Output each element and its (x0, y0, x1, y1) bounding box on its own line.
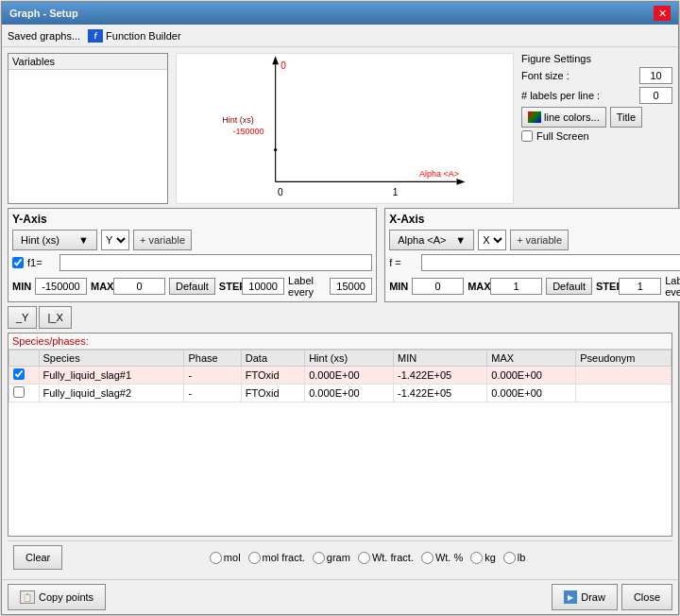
menu-bar: Saved graphs... f Function Builder (2, 25, 678, 47)
x-tab-button[interactable]: |_X (39, 306, 71, 329)
footer-bar: 📋 Copy points ▶ Draw Close (2, 579, 678, 614)
draw-button[interactable]: ▶ Draw (552, 584, 618, 610)
x-f-input[interactable] (421, 254, 680, 271)
x-min-input[interactable] (412, 278, 464, 295)
y-step-input[interactable] (242, 278, 284, 295)
draw-icon: ▶ (564, 590, 577, 604)
y-add-variable-button[interactable]: + variable (133, 230, 192, 250)
x-axis-dropdown[interactable]: X (478, 230, 506, 250)
radio-mol-fract-label: mol fract. (263, 552, 305, 563)
svg-text:-150000: -150000 (233, 127, 264, 136)
svg-marker-3 (272, 56, 279, 64)
radio-gram: gram (313, 552, 350, 564)
y-min-label: MIN (12, 281, 31, 292)
svg-text:0: 0 (280, 60, 286, 71)
line-colors-label: line colors... (544, 111, 600, 123)
y-f1-checkbox[interactable] (12, 257, 24, 268)
radio-wt-fract-label: Wt. fract. (372, 552, 414, 563)
species-table-container[interactable]: Species Phase Data Hint (xs) MIN MAX Pse… (8, 350, 672, 536)
x-variable-label: Alpha <A> (398, 234, 446, 246)
x-minmax-row: MIN MAX Default STEP Label every (389, 275, 680, 298)
radio-mol-fract-input[interactable] (248, 552, 261, 564)
full-screen-checkbox[interactable] (521, 130, 533, 142)
svg-point-10 (274, 148, 277, 151)
footer-left: 📋 Copy points (8, 584, 106, 610)
saved-graphs-menu[interactable]: Saved graphs... (8, 30, 80, 42)
col-pseudonym: Pseudonym (576, 351, 672, 367)
radio-mol-input[interactable] (210, 552, 222, 564)
x-max-input[interactable] (490, 278, 542, 295)
radio-kg-input[interactable] (470, 552, 483, 564)
font-size-input[interactable] (639, 67, 672, 84)
row-check-cell[interactable] (9, 385, 40, 402)
x-add-variable-button[interactable]: + variable (510, 230, 569, 250)
species-table-header: Species Phase Data Hint (xs) MIN MAX Pse… (9, 351, 672, 367)
radio-wt-pct: Wt. % (421, 552, 463, 564)
svg-text:1: 1 (393, 187, 399, 197)
radio-group: mol mol fract. gram Wt. fract. Wt. % (68, 552, 667, 564)
radio-lb: lb (503, 552, 526, 564)
y-dropdown-arrow: ▼ (78, 234, 89, 246)
x-variable-button[interactable]: Alpha <A> ▼ (389, 230, 474, 250)
row-phase-cell: - (184, 367, 241, 385)
top-section: Variables 0 -150000 Hint (xs) (8, 53, 672, 204)
y-f1-input[interactable] (60, 254, 372, 271)
x-dropdown-arrow: ▼ (455, 234, 466, 246)
y-max-input[interactable] (113, 278, 165, 295)
x-step-input[interactable] (619, 278, 661, 295)
y-default-button[interactable]: Default (169, 278, 215, 295)
close-footer-button[interactable]: Close (621, 584, 672, 610)
x-f-label: f = (389, 257, 417, 268)
variables-panel: Variables (8, 53, 168, 204)
window-title: Graph - Setup (9, 8, 78, 19)
radio-wt-pct-label: Wt. % (435, 552, 463, 563)
row-data-cell: FTOxid (241, 385, 304, 402)
y-tab-button[interactable]: _Y (8, 306, 37, 329)
y-label-every-input[interactable] (330, 278, 372, 295)
y-variable-label: Hint (xs) (21, 234, 60, 246)
function-builder-menu[interactable]: f Function Builder (88, 29, 181, 43)
y-min-input[interactable] (35, 278, 87, 295)
x-max-label: MAX (468, 281, 486, 292)
x-default-button[interactable]: Default (546, 278, 592, 295)
radio-kg: kg (470, 552, 496, 564)
x-min-label: MIN (389, 281, 408, 292)
row-check-cell[interactable] (9, 367, 40, 385)
x-f-row: f = (389, 254, 680, 271)
radio-lb-input[interactable] (503, 552, 516, 564)
x-step-label: STEP (596, 281, 615, 292)
y-axis-dropdown[interactable]: Y (101, 230, 129, 250)
title-button[interactable]: Title (610, 107, 642, 128)
row-hint-cell: 0.000E+00 (305, 385, 394, 402)
copy-points-button[interactable]: 📋 Copy points (8, 584, 106, 610)
col-max: MAX (487, 351, 576, 367)
graph-area: 0 -150000 Hint (xs) 0 1 Alpha <A> (176, 53, 514, 204)
clear-button[interactable]: Clear (13, 545, 62, 570)
line-colors-row: line colors... Title (521, 107, 672, 128)
y-f1-row: f1= (12, 254, 372, 271)
row-min-cell: -1.422E+05 (394, 385, 487, 402)
col-check (9, 351, 40, 367)
radio-wt-fract-input[interactable] (358, 552, 370, 564)
row-min-cell: -1.422E+05 (394, 367, 487, 385)
y-axis-panel: Y-Axis Hint (xs) ▼ Y + variable f1= (8, 208, 377, 302)
radio-kg-label: kg (484, 552, 496, 563)
draw-label: Draw (581, 591, 605, 603)
y-axis-controls: Hint (xs) ▼ Y + variable (12, 230, 372, 250)
main-content: Variables 0 -150000 Hint (xs) (2, 47, 678, 579)
close-button[interactable]: ✕ (654, 6, 671, 21)
row-checkbox[interactable] (13, 368, 25, 380)
col-species: Species (39, 351, 184, 367)
radio-wt-fract: Wt. fract. (358, 552, 414, 564)
line-colors-button[interactable]: line colors... (521, 107, 606, 128)
y-step-label: STEP (219, 281, 238, 292)
table-row: Fully_liquid_slag#2 - FTOxid 0.000E+00 -… (9, 385, 672, 402)
row-checkbox[interactable] (13, 386, 25, 398)
variables-list[interactable] (8, 69, 167, 203)
y-variable-button[interactable]: Hint (xs) ▼ (12, 230, 97, 250)
y-axis-title: Y-Axis (12, 213, 372, 226)
radio-gram-input[interactable] (313, 552, 325, 564)
radio-wt-pct-input[interactable] (421, 552, 434, 564)
svg-text:0: 0 (278, 187, 283, 197)
labels-per-line-input[interactable] (639, 87, 672, 104)
